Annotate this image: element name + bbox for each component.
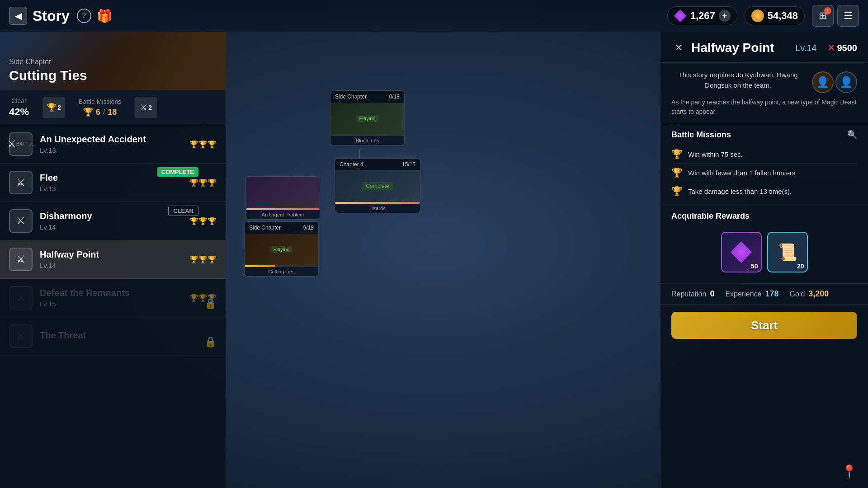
complete-label: Complete	[362, 182, 392, 190]
map-node-side-chapter[interactable]: Side Chapter 0/18 Playing Blood Ties	[330, 90, 405, 145]
map-node-title: Chapter 4	[340, 161, 363, 168]
back-button[interactable]: ◀	[9, 7, 27, 25]
battle-icon: ⚔ BATTLE	[9, 132, 33, 156]
map-pin-icon[interactable]: 📍	[841, 464, 857, 479]
map-node-footer: Cutting Ties	[245, 267, 318, 276]
reward-items: 50 📜 20	[671, 226, 857, 278]
mission-level: Lv.14	[40, 223, 189, 231]
chapter-header-content: Side Chapter Cutting Ties	[0, 51, 226, 90]
purple-gem-icon	[674, 9, 687, 22]
reward-crystal-count: 50	[751, 263, 758, 270]
mission-objective: 🏆 Take damage less than 13 time(s).	[671, 182, 857, 200]
chapter-label: Side Chapter	[9, 58, 217, 66]
reputation-reward: Reputation 0	[671, 289, 714, 299]
map-node-header: Side Chapter 0/18	[330, 91, 404, 103]
clear-label: Clear	[11, 97, 26, 104]
battle-type-label: BATTLE	[16, 141, 35, 146]
currency-area: 1,267 + 54,348 ⊞ 1 ☰	[667, 5, 859, 27]
map-node-title: Side Chapter	[335, 94, 367, 100]
notification-badge: 1	[824, 7, 831, 14]
grid-menu-button[interactable]: ⊞ 1	[812, 5, 834, 27]
battle-icon-locked: ⚔	[9, 324, 33, 348]
map-node-footer: Lizards	[335, 204, 420, 213]
gift-icon[interactable]: 🎁	[97, 9, 113, 23]
gold-currency-value: 54,348	[768, 10, 798, 22]
close-button[interactable]: ✕	[671, 41, 686, 55]
reward-scroll-count: 20	[797, 263, 804, 270]
map-node-cutting-ties[interactable]: Side Chapter 9/18 Playing Cutting Ties	[244, 221, 319, 277]
page-title: Story	[33, 8, 70, 24]
battle-missions-current: 6	[96, 108, 100, 117]
mission-item-locked[interactable]: ⚔ The Threat 🔒	[0, 317, 226, 356]
requirement-text: This story requires Jo Kyuhwan, Hwang Do…	[671, 70, 805, 90]
requirement-text-block: This story requires Jo Kyuhwan, Hwang Do…	[671, 70, 805, 94]
detail-level: Lv.14	[795, 43, 816, 53]
gold-reward: Gold 3,200	[790, 289, 829, 299]
map-progress-text: 15/15	[402, 161, 415, 168]
character-avatar-2: 👤	[835, 71, 857, 93]
map-node-title: Side Chapter	[249, 225, 281, 231]
battle-icon-locked: ⚔	[9, 286, 33, 310]
lock-icon: 🔒	[204, 298, 217, 310]
experience-value: 178	[765, 289, 778, 299]
map-node-image: Playing	[330, 103, 404, 134]
section-header: Battle Missions 🔍	[671, 130, 857, 140]
map-node-chapter4[interactable]: Chapter 4 15/15 Complete Lizards	[335, 158, 420, 213]
top-bar-icons: ⊞ 1 ☰	[812, 5, 859, 27]
trophy-icon: 🏆	[671, 167, 683, 178]
battle-missions-section-title: Battle Missions	[671, 130, 731, 140]
crystal-gem-icon	[731, 241, 752, 263]
battle-missions-total: 18	[108, 108, 117, 117]
mission-item[interactable]: ⚔ BATTLE An Unexpected Accident Lv.13 🏆🏆…	[0, 125, 226, 164]
clear-reward-count: 2	[57, 104, 61, 111]
purple-currency-block: 1,267 +	[667, 6, 737, 25]
gold-currency-block: 54,348	[745, 6, 805, 25]
menu-icon: ☰	[844, 10, 853, 22]
detail-cost: ✕ 9500	[828, 43, 858, 53]
mission-objective: 🏆 Win with fewer than 1 fallen hunters	[671, 164, 857, 182]
add-purple-currency-button[interactable]: +	[719, 10, 731, 22]
battle-reward-count: 2	[148, 104, 152, 111]
battle-missions-value-row: 🏆 6 / 18	[83, 107, 117, 117]
reputation-value: 0	[710, 289, 714, 299]
cost-value: 9500	[837, 43, 858, 53]
menu-button[interactable]: ☰	[837, 5, 859, 27]
mission-item-locked[interactable]: ⚔ Defeat the Remnants Lv.15 🏆🏆🏆 🔒	[0, 279, 226, 317]
map-node-footer: An Urgent Problem	[246, 210, 320, 219]
map-node-urgent[interactable]: An Urgent Problem	[245, 176, 320, 220]
map-node-header: Side Chapter 9/18	[245, 222, 318, 234]
rewards-section: Acquirable Rewards 50 📜 20	[660, 206, 868, 284]
mission-info: Halfway Point Lv.14	[40, 249, 189, 269]
detail-header: ✕ Halfway Point Lv.14 ✕ 9500	[660, 32, 868, 63]
gold-coin-icon	[751, 9, 764, 22]
reputation-label: Reputation	[671, 290, 706, 298]
mission-level: Lv.13	[40, 185, 189, 192]
start-button[interactable]: Start	[671, 312, 857, 339]
mission-level: Lv.13	[40, 146, 189, 154]
help-button[interactable]: ?	[77, 9, 91, 23]
rewards-header: Acquirable Rewards	[671, 211, 857, 221]
mission-trophies: 🏆🏆🏆	[189, 178, 217, 187]
clear-reward-icon: 🏆 2	[42, 97, 65, 118]
chapter-header: Side Chapter Cutting Ties	[0, 32, 226, 90]
battle-missions-label: Battle Missions	[79, 98, 121, 105]
mission-trophies: 🏆🏆🏆	[189, 140, 217, 149]
map-node-image: Complete	[335, 170, 420, 202]
mission-list: ⚔ BATTLE An Unexpected Accident Lv.13 🏆🏆…	[0, 125, 226, 488]
mission-name: Defeat the Remnants	[40, 288, 189, 298]
mission-name: Disharmony	[40, 211, 189, 221]
mission-item[interactable]: CLEAR ⚔ Disharmony Lv.14 🏆🏆🏆	[0, 202, 226, 240]
mission-level: Lv.14	[40, 262, 189, 269]
clear-value: 42%	[9, 106, 29, 118]
scroll-icon: 📜	[777, 243, 797, 262]
objective-text: Take damage less than 13 time(s).	[688, 188, 792, 195]
mission-item[interactable]: COMPLETE ⚔ Flee Lv.13 🏆🏆🏆	[0, 164, 226, 202]
story-description: As the party reaches the halfway point, …	[671, 98, 857, 117]
mission-item-active[interactable]: ⚔ Halfway Point Lv.14 🏆🏆🏆	[0, 240, 226, 279]
left-panel: Side Chapter Cutting Ties Clear 42% 🏆 2 …	[0, 32, 226, 488]
acquirable-rewards-title: Acquirable Rewards	[671, 211, 750, 221]
map-node-image	[246, 177, 320, 208]
cost-icon: ✕	[828, 43, 835, 53]
trophy-icon: 🏆	[83, 107, 93, 117]
search-button[interactable]: 🔍	[847, 130, 857, 140]
